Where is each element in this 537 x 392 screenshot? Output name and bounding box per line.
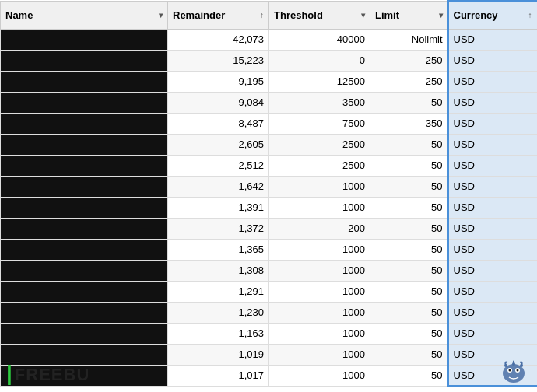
- cell-name: [1, 260, 168, 281]
- cell-threshold: 1000: [269, 281, 370, 302]
- cell-remainder: 1,642: [168, 176, 269, 197]
- cell-remainder: 1,391: [168, 197, 269, 218]
- cell-limit: 50: [370, 344, 448, 365]
- threshold-sort-icon: ▾: [361, 11, 365, 19]
- table-row: 1,391100050USD: [1, 197, 538, 218]
- cell-remainder: 1,163: [168, 323, 269, 344]
- cell-limit: 50: [370, 239, 448, 260]
- cell-currency: USD: [448, 302, 538, 323]
- watermark: |FREEBU: [6, 361, 90, 386]
- cell-name: [1, 281, 168, 302]
- cell-name: [1, 239, 168, 260]
- cell-limit: 50: [370, 155, 448, 176]
- name-sort-icon: ▾: [159, 11, 163, 19]
- cell-currency: USD: [448, 176, 538, 197]
- header-currency[interactable]: Currency ↑: [448, 1, 538, 29]
- header-limit[interactable]: Limit ▾: [370, 1, 448, 29]
- cell-limit: 250: [370, 71, 448, 92]
- header-remainder[interactable]: Remainder ↑: [168, 1, 269, 29]
- cell-remainder: 1,372: [168, 218, 269, 239]
- cell-limit: Nolimit: [370, 29, 448, 50]
- cell-currency: USD: [448, 197, 538, 218]
- cell-limit: 50: [370, 323, 448, 344]
- cell-remainder: 1,291: [168, 281, 269, 302]
- cell-limit: 350: [370, 113, 448, 134]
- svg-point-4: [517, 369, 519, 372]
- table-row: 1,642100050USD: [1, 176, 538, 197]
- cell-remainder: 1,308: [168, 260, 269, 281]
- cell-threshold: 40000: [269, 29, 370, 50]
- cell-currency: USD: [448, 281, 538, 302]
- table-row: 42,07340000NolimitUSD: [1, 29, 538, 50]
- cell-threshold: 200: [269, 218, 370, 239]
- cell-remainder: 1,017: [168, 365, 269, 386]
- cell-threshold: 1000: [269, 365, 370, 386]
- cell-name: [1, 50, 168, 71]
- cell-remainder: 2,512: [168, 155, 269, 176]
- cell-currency: USD: [448, 218, 538, 239]
- cell-limit: 50: [370, 281, 448, 302]
- cell-remainder: 2,605: [168, 134, 269, 155]
- cell-limit: 50: [370, 302, 448, 323]
- cell-threshold: 2500: [269, 155, 370, 176]
- cell-name: [1, 176, 168, 197]
- table-row: 8,4877500350USD: [1, 113, 538, 134]
- cell-remainder: 42,073: [168, 29, 269, 50]
- cell-name: [1, 302, 168, 323]
- table-row: 9,19512500250USD: [1, 71, 538, 92]
- cell-limit: 50: [370, 134, 448, 155]
- cell-threshold: 0: [269, 50, 370, 71]
- cell-limit: 50: [370, 218, 448, 239]
- svg-point-3: [509, 369, 511, 372]
- cell-name: [1, 71, 168, 92]
- cell-threshold: 12500: [269, 71, 370, 92]
- svg-point-6: [520, 364, 523, 367]
- cell-name: [1, 155, 168, 176]
- table-row: 1,37220050USD: [1, 218, 538, 239]
- cell-currency: USD: [448, 71, 538, 92]
- cell-threshold: 1000: [269, 176, 370, 197]
- limit-sort-icon: ▾: [439, 11, 443, 19]
- table-row: 9,084350050USD: [1, 92, 538, 113]
- table-row: 15,2230250USD: [1, 50, 538, 71]
- cell-threshold: 1000: [269, 260, 370, 281]
- cell-threshold: 1000: [269, 197, 370, 218]
- cell-currency: USD: [448, 155, 538, 176]
- cell-remainder: 9,084: [168, 92, 269, 113]
- header-threshold[interactable]: Threshold ▾: [269, 1, 370, 29]
- svg-point-5: [504, 364, 507, 367]
- cell-name: [1, 134, 168, 155]
- cell-name: [1, 92, 168, 113]
- cell-limit: 50: [370, 197, 448, 218]
- cell-currency: USD: [448, 323, 538, 344]
- table-row: 2,605250050USD: [1, 134, 538, 155]
- cell-currency: USD: [448, 50, 538, 71]
- cell-name: [1, 197, 168, 218]
- cell-limit: 50: [370, 365, 448, 386]
- svg-point-7: [512, 362, 515, 366]
- cell-name: [1, 113, 168, 134]
- cell-threshold: 1000: [269, 344, 370, 365]
- cell-limit: 50: [370, 92, 448, 113]
- cell-currency: USD: [448, 239, 538, 260]
- cell-threshold: 1000: [269, 239, 370, 260]
- header-name[interactable]: Name ▾: [1, 1, 168, 29]
- cell-threshold: 3500: [269, 92, 370, 113]
- cell-remainder: 1,365: [168, 239, 269, 260]
- cell-limit: 250: [370, 50, 448, 71]
- cell-currency: USD: [448, 134, 538, 155]
- cell-name: [1, 29, 168, 50]
- remainder-sort-icon: ↑: [260, 11, 264, 19]
- cell-name: [1, 323, 168, 344]
- cell-remainder: 15,223: [168, 50, 269, 71]
- cell-currency: USD: [448, 92, 538, 113]
- table-row: 1,308100050USD: [1, 260, 538, 281]
- cell-remainder: 8,487: [168, 113, 269, 134]
- cell-remainder: 9,195: [168, 71, 269, 92]
- currency-sort-icon: ↑: [528, 11, 532, 19]
- malware-icon: [498, 356, 529, 387]
- data-table: Name ▾ Remainder ↑ Threshold ▾: [0, 0, 537, 392]
- cell-limit: 50: [370, 176, 448, 197]
- cell-currency: USD: [448, 113, 538, 134]
- cell-threshold: 2500: [269, 134, 370, 155]
